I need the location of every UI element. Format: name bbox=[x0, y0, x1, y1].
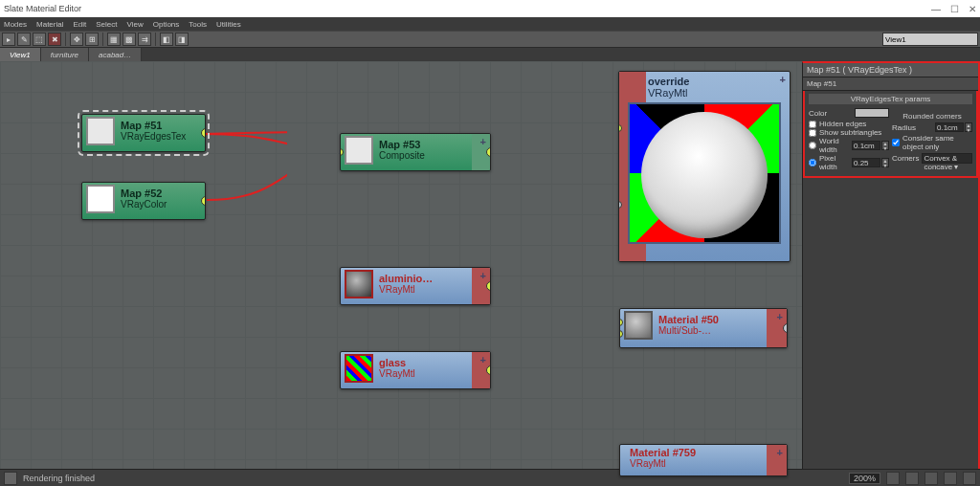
node-title: Map #52 bbox=[121, 188, 167, 199]
menu-utilities[interactable]: Utilities bbox=[216, 20, 241, 29]
expand-icon[interactable]: + bbox=[480, 354, 486, 365]
tool-layout-icon[interactable]: ⊞ bbox=[85, 33, 99, 46]
port-out[interactable] bbox=[486, 281, 491, 291]
node-thumb-icon bbox=[345, 354, 373, 383]
tool-delete-icon[interactable]: ✖ bbox=[48, 33, 61, 46]
node-thumb-icon bbox=[345, 270, 373, 298]
checkbox-hidden-edges[interactable]: Hidden edges bbox=[809, 120, 889, 128]
node-thumb-icon bbox=[86, 117, 115, 145]
tab-acabad[interactable]: acabad… bbox=[89, 48, 142, 61]
section-header: VRayEdgesTex params bbox=[809, 94, 972, 104]
node-title: override bbox=[648, 76, 786, 87]
node-material50[interactable]: + Material #50 Multi/Sub-… bbox=[619, 308, 788, 348]
port-out[interactable] bbox=[486, 147, 491, 157]
expand-icon[interactable]: + bbox=[777, 447, 783, 458]
menu-view[interactable]: View bbox=[127, 20, 144, 29]
node-thumb-icon bbox=[345, 136, 373, 165]
tool-show-map-icon[interactable]: ▦ bbox=[107, 33, 121, 46]
port-out[interactable] bbox=[783, 323, 788, 333]
preview-sphere-icon bbox=[641, 112, 768, 238]
maximize-icon[interactable]: ☐ bbox=[950, 4, 959, 14]
toolbar: ▸ ✎ ⬚ ✖ ✥ ⊞ ▦ ▩ ⇉ ◧ ◨ View1 bbox=[0, 31, 980, 48]
node-thumb-icon bbox=[624, 311, 653, 340]
node-type: VRayMtl bbox=[630, 458, 696, 470]
expand-icon[interactable]: + bbox=[780, 74, 786, 85]
node-map52[interactable]: Map #52 VRayColor bbox=[81, 182, 206, 220]
label-rounded-corners: Rounded corners bbox=[892, 112, 972, 121]
tool-opt1-icon[interactable]: ◧ bbox=[160, 33, 173, 46]
node-title: Map #51 bbox=[121, 120, 186, 131]
panel-title: Map #51 ( VRayEdgesTex ) bbox=[803, 63, 978, 77]
menu-edit[interactable]: Edit bbox=[73, 20, 86, 29]
node-thumb-icon bbox=[86, 185, 115, 213]
view-selector[interactable]: View1 bbox=[882, 33, 978, 46]
menu-bar: Modes Material Edit Select View Options … bbox=[0, 17, 980, 31]
node-title: aluminio… bbox=[379, 273, 433, 284]
tab-view1[interactable]: View1 bbox=[0, 48, 41, 61]
color-swatch[interactable] bbox=[855, 108, 889, 118]
node-map51[interactable]: Map #51 VRayEdgesTex bbox=[81, 114, 206, 152]
spinner-world-width[interactable]: ▲▼ bbox=[852, 141, 889, 150]
expand-icon[interactable]: + bbox=[480, 270, 486, 281]
node-aluminio[interactable]: + aluminio… VRayMtl bbox=[340, 267, 491, 305]
render-status-icon bbox=[4, 472, 17, 485]
node-type: VRayMtl bbox=[379, 284, 433, 296]
node-type: VRayColor bbox=[121, 199, 167, 210]
port-out[interactable] bbox=[201, 196, 206, 206]
material-preview bbox=[628, 102, 781, 244]
spinner-pixel-width[interactable]: ▲▼ bbox=[852, 158, 889, 167]
checkbox-consider-same[interactable]: Consider same object only bbox=[892, 134, 972, 151]
node-override[interactable]: + override VRayMtl bbox=[618, 71, 791, 262]
port-out[interactable] bbox=[201, 128, 206, 138]
tool-pick-icon[interactable]: ▸ bbox=[2, 33, 15, 46]
status-text: Rendering finished bbox=[23, 474, 95, 483]
node-title: Material #50 bbox=[658, 314, 719, 325]
menu-select[interactable]: Select bbox=[96, 20, 117, 29]
radio-pixel-width[interactable]: Pixel width ▲▼ bbox=[809, 154, 889, 171]
nav-region-icon[interactable] bbox=[963, 472, 976, 485]
node-title: Map #53 bbox=[379, 139, 425, 150]
view-tabs: View1 furniture acabad… bbox=[0, 48, 980, 61]
menu-options[interactable]: Options bbox=[153, 20, 180, 29]
node-type: VRayMtl bbox=[379, 368, 415, 380]
checkbox-subtriangles[interactable]: Show subtriangles bbox=[809, 128, 889, 137]
menu-material[interactable]: Material bbox=[36, 20, 63, 29]
close-icon[interactable]: ✕ bbox=[969, 4, 976, 14]
menu-modes[interactable]: Modes bbox=[4, 20, 27, 29]
radio-world-width[interactable]: World width ▲▼ bbox=[809, 137, 889, 154]
port-out[interactable] bbox=[486, 365, 491, 375]
status-bar: Rendering finished 200% bbox=[0, 469, 980, 486]
node-title: glass bbox=[379, 357, 415, 368]
node-type: VRayMtl bbox=[648, 87, 786, 99]
expand-icon[interactable]: + bbox=[480, 136, 486, 147]
tool-arrange-icon[interactable]: ⇉ bbox=[138, 33, 151, 46]
node-title: Material #759 bbox=[630, 447, 696, 458]
panel-map-name: Map #51 bbox=[803, 77, 978, 91]
node-material759[interactable]: + Material #759 VRayMtl bbox=[619, 444, 788, 476]
node-map53[interactable]: + Map #53 Composite bbox=[340, 133, 491, 171]
label-color: Color bbox=[809, 109, 827, 118]
menu-tools[interactable]: Tools bbox=[189, 20, 207, 29]
tool-sample-icon[interactable]: ✎ bbox=[17, 33, 31, 46]
zoom-level[interactable]: 200% bbox=[849, 473, 880, 484]
node-graph[interactable]: Map #51 VRayEdgesTex Map #52 VRayColor bbox=[0, 61, 802, 469]
nav-extents-icon[interactable] bbox=[944, 472, 957, 485]
nav-pan-icon[interactable] bbox=[886, 472, 900, 485]
nav-fit-icon[interactable] bbox=[924, 472, 938, 485]
title-bar: Slate Material Editor — ☐ ✕ bbox=[0, 0, 980, 17]
node-type: Composite bbox=[379, 150, 425, 162]
tool-opt2-icon[interactable]: ◨ bbox=[175, 33, 189, 46]
node-glass[interactable]: + glass VRayMtl bbox=[340, 351, 491, 389]
tool-show-result-icon[interactable]: ▩ bbox=[122, 33, 136, 46]
parameter-panel: Map #51 ( VRayEdgesTex ) Map #51 VRayEdg… bbox=[802, 61, 980, 469]
minimize-icon[interactable]: — bbox=[931, 4, 941, 14]
nav-zoom-icon[interactable] bbox=[905, 472, 919, 485]
spinner-radius[interactable]: ▲▼ bbox=[935, 122, 972, 132]
node-type: VRayEdgesTex bbox=[121, 131, 186, 143]
expand-icon[interactable]: + bbox=[777, 311, 783, 322]
tool-assign-icon[interactable]: ⬚ bbox=[33, 33, 46, 46]
select-corners[interactable]: Convex & concave ▾ bbox=[922, 153, 972, 164]
tab-furniture[interactable]: furniture bbox=[41, 48, 89, 61]
node-type: Multi/Sub-… bbox=[658, 325, 719, 337]
tool-move-icon[interactable]: ✥ bbox=[70, 33, 83, 46]
